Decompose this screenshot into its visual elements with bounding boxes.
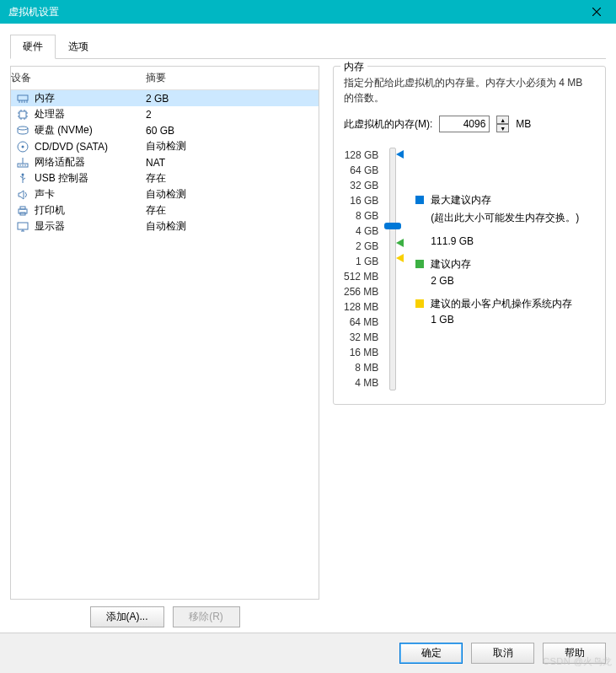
legend-max-title: 最大建议内存 [431,193,491,207]
svg-point-16 [22,145,24,148]
slider-tick: 256 MB [344,284,378,299]
memory-input[interactable] [439,116,490,132]
hw-row-sound[interactable]: 声卡自动检测 [11,186,319,202]
titlebar: 虚拟机设置 [0,0,616,24]
hw-summary: 自动检测 [146,139,319,153]
usb-icon [16,172,29,186]
svg-rect-5 [19,111,26,118]
slider-tick: 8 GB [356,208,378,223]
slider-tick: 2 GB [356,239,378,254]
square-icon-yellow [415,299,424,308]
legend-max-note: (超出此大小可能发生内存交换。) [431,211,579,225]
slider-tick: 128 MB [344,299,378,315]
hw-row-disk[interactable]: 硬盘 (NVMe)60 GB [11,122,319,138]
memory-label: 此虚拟机的内存(M): [344,117,432,132]
hw-name: USB 控制器 [35,171,88,186]
hw-summary: 2 GB [146,93,319,105]
hw-name: 硬盘 (NVMe) [35,123,93,137]
hardware-list: 设备 摘要 内存2 GB处理器2硬盘 (NVMe)60 GBCD/DVD (SA… [10,66,319,600]
cancel-button[interactable]: 取消 [471,643,534,664]
right-panel: 内存 指定分配给此虚拟机的内存量。内存大小必须为 4 MB 的倍数。 此虚拟机的… [333,66,606,634]
slider-tick: 4 MB [355,375,378,390]
content-area: 硬件 选项 设备 摘要 内存2 GB处理器2硬盘 (NVMe)60 GBCD/D… [0,24,616,633]
slider-tick: 32 MB [350,330,379,345]
hw-summary: 存在 [146,171,319,186]
disk-icon [16,124,29,137]
hw-row-cd[interactable]: CD/DVD (SATA)自动检测 [11,138,319,154]
svg-rect-27 [18,223,28,229]
svg-rect-0 [18,95,28,100]
svg-rect-25 [20,207,25,209]
slider-tick: 64 MB [350,315,379,330]
printer-icon [16,204,29,218]
svg-point-21 [24,164,26,166]
add-button[interactable]: 添加(A)... [90,606,164,627]
memory-groupbox: 内存 指定分配给此虚拟机的内存量。内存大小必须为 4 MB 的倍数。 此虚拟机的… [333,66,606,405]
hw-row-net[interactable]: 网络适配器NAT [11,154,319,170]
memory-description: 指定分配给此虚拟机的内存量。内存大小必须为 4 MB 的倍数。 [344,75,595,105]
col-header-device: 设备 [11,69,146,87]
slider-bg [389,148,396,390]
tab-options[interactable]: 选项 [56,35,101,59]
hw-name: 打印机 [35,203,65,218]
spinner-down[interactable]: ▼ [496,124,509,132]
hw-summary: 存在 [146,203,319,218]
hw-header-row: 设备 摘要 [11,67,319,90]
cpu-icon [16,108,29,121]
hw-row-usb[interactable]: USB 控制器存在 [11,170,319,186]
legend-rec-value: 2 GB [431,275,579,287]
memory-unit: MB [516,118,531,130]
hw-summary: 自动检测 [146,219,319,234]
legend: 最大建议内存 (超出此大小可能发生内存交换。) 111.9 GB 建议内存 2 … [415,148,579,390]
remove-button[interactable]: 移除(R) [173,606,240,627]
slider-ticks: 128 GB64 GB32 GB16 GB8 GB4 GB2 GB1 GB512… [344,148,378,390]
svg-point-14 [18,127,28,130]
hw-name: 网络适配器 [35,155,85,170]
hw-row-memory[interactable]: 内存2 GB [11,90,319,106]
hw-button-row: 添加(A)... 移除(R) [10,600,319,634]
slider-tick: 32 GB [350,178,378,193]
memory-slider-area: 128 GB64 GB32 GB16 GB8 GB4 GB2 GB1 GB512… [344,148,595,390]
hw-row-printer[interactable]: 打印机存在 [11,202,319,218]
square-icon-blue [415,196,424,204]
svg-point-19 [19,164,21,166]
square-icon-green [415,260,424,268]
slider-track[interactable] [383,148,402,390]
hw-summary: 2 [146,109,319,121]
close-button[interactable] [584,2,609,22]
slider-tick: 64 GB [350,163,378,178]
slider-tick: 16 GB [350,193,378,208]
window-title: 虚拟机设置 [8,5,59,19]
groupbox-title: 内存 [340,60,367,74]
hw-name: 声卡 [35,187,55,202]
tab-bar: 硬件 选项 [10,34,606,59]
hw-name: 显示器 [35,219,65,234]
ok-button[interactable]: 确定 [399,643,463,664]
hw-name: CD/DVD (SATA) [35,141,108,153]
hw-summary: NAT [146,157,319,169]
sound-icon [16,188,29,202]
hw-row-cpu[interactable]: 处理器2 [11,106,319,122]
legend-min-value: 1 GB [431,314,579,326]
hw-row-display[interactable]: 显示器自动检测 [11,218,319,234]
legend-max-value: 111.9 GB [431,235,579,247]
legend-min-title: 建议的最小客户机操作系统内存 [431,297,572,311]
hw-summary: 60 GB [146,125,319,137]
left-panel: 设备 摘要 内存2 GB处理器2硬盘 (NVMe)60 GBCD/DVD (SA… [10,66,319,634]
slider-tick: 512 MB [344,269,378,284]
spinner-up[interactable]: ▲ [496,116,509,124]
close-icon [592,8,601,16]
help-button[interactable]: 帮助 [543,643,606,664]
hw-name: 内存 [35,91,55,105]
net-icon [16,156,29,170]
slider-tick: 128 GB [345,148,379,163]
slider-tick: 8 MB [355,360,378,375]
legend-rec-title: 建议内存 [431,257,471,272]
display-icon [16,220,29,234]
footer: 确定 取消 帮助 [0,633,616,673]
tab-hardware[interactable]: 硬件 [10,35,56,59]
cd-icon [16,140,29,153]
hw-summary: 自动检测 [146,187,319,202]
slider-thumb[interactable] [384,223,401,229]
memory-spinner: ▲ ▼ [496,116,509,132]
